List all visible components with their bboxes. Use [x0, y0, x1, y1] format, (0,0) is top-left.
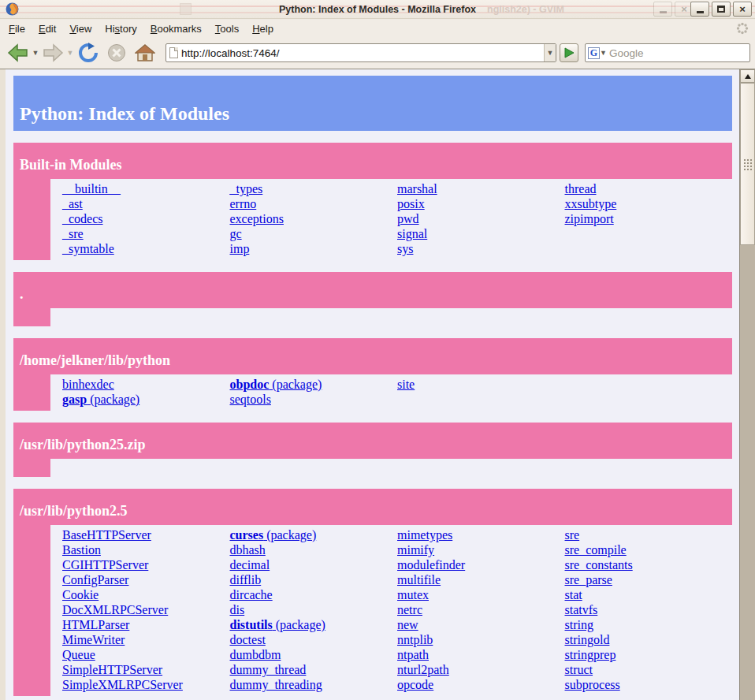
stop-button[interactable] [102, 40, 131, 65]
module-link[interactable]: errno [230, 196, 398, 211]
search-engine-caret[interactable]: ▼ [600, 49, 607, 57]
module-link[interactable]: _types [230, 181, 398, 196]
module-link[interactable]: distutils (package) [230, 617, 398, 632]
module-link[interactable]: modulefinder [397, 557, 565, 572]
module-link[interactable]: netrc [397, 602, 565, 617]
module-link[interactable]: DocXMLRPCServer [62, 602, 230, 617]
module-link[interactable]: zipimport [565, 211, 733, 226]
search-bar[interactable]: G ▼ [585, 43, 750, 62]
module-link[interactable]: BaseHTTPServer [62, 527, 230, 542]
vertical-scrollbar[interactable] [739, 69, 755, 700]
module-link[interactable]: sre_constants [565, 557, 733, 572]
module-link[interactable]: stat [565, 587, 733, 602]
module-link[interactable]: SimpleXMLRPCServer [62, 677, 230, 692]
module-link[interactable]: curses (package) [230, 527, 398, 542]
module-link[interactable]: decimal [230, 557, 398, 572]
module-link[interactable]: site [397, 377, 565, 392]
module-link[interactable]: dumbdbm [230, 647, 398, 662]
module-link[interactable]: MimeWriter [62, 632, 230, 647]
module-link[interactable]: pwd [397, 211, 565, 226]
menu-item-edit[interactable]: Edit [33, 21, 61, 36]
home-icon [135, 43, 155, 62]
module-link[interactable]: ntpath [397, 647, 565, 662]
module-link[interactable]: sre_parse [565, 572, 733, 587]
module-link[interactable]: nturl2path [397, 662, 565, 677]
module-link[interactable]: _ast [62, 196, 230, 211]
module-link[interactable]: dummy_threading [230, 677, 398, 692]
module-section: /usr/lib/python2.5BaseHTTPServerBastionC… [13, 489, 732, 696]
scrollbar-thumb[interactable] [740, 83, 755, 245]
module-link[interactable]: mimetypes [397, 527, 565, 542]
menu-item-view[interactable]: View [64, 21, 97, 36]
module-link[interactable]: Cookie [62, 587, 230, 602]
module-link[interactable]: sys [397, 241, 565, 256]
module-link[interactable]: imp [230, 241, 398, 256]
minimize-button[interactable] [690, 2, 709, 17]
module-link[interactable]: multifile [397, 572, 565, 587]
module-link[interactable]: Bastion [62, 542, 230, 557]
module-link[interactable]: gc [230, 226, 398, 241]
page-content: Python: Index of Modules Built-in Module… [0, 69, 739, 700]
section-body [13, 308, 732, 326]
module-link[interactable]: difflib [230, 572, 398, 587]
go-button[interactable] [560, 43, 578, 62]
module-link[interactable]: opcode [397, 677, 565, 692]
module-link[interactable]: marshal [397, 181, 565, 196]
forward-button[interactable] [39, 40, 66, 65]
close-button[interactable]: × [733, 2, 752, 17]
module-link[interactable]: _codecs [62, 211, 230, 226]
module-link[interactable]: binhexdec [62, 377, 230, 392]
module-link[interactable]: Queue [62, 647, 230, 662]
module-link[interactable]: dircache [230, 587, 398, 602]
module-link[interactable]: exceptions [230, 211, 398, 226]
menu-item-help[interactable]: Help [247, 21, 279, 36]
module-link[interactable]: posix [397, 196, 565, 211]
module-link[interactable]: dummy_thread [230, 662, 398, 677]
module-link[interactable]: dbhash [230, 542, 398, 557]
home-button[interactable] [131, 40, 159, 65]
module-link[interactable]: mimify [397, 542, 565, 557]
module-link[interactable]: sre [565, 527, 733, 542]
module-link[interactable]: ConfigParser [62, 572, 230, 587]
forward-dropdown-caret[interactable]: ▼ [66, 49, 74, 57]
section-title: /usr/lib/python25.zip [13, 423, 732, 459]
module-link[interactable]: stringprep [565, 647, 733, 662]
module-link[interactable]: xxsubtype [565, 196, 733, 211]
module-link[interactable]: string [565, 617, 733, 632]
module-link[interactable]: signal [397, 226, 565, 241]
url-bar[interactable]: ▼ [166, 43, 556, 62]
module-link[interactable]: HTMLParser [62, 617, 230, 632]
url-input[interactable] [178, 47, 544, 59]
back-button[interactable] [5, 40, 32, 65]
module-link[interactable]: statvfs [565, 602, 733, 617]
module-link[interactable]: CGIHTTPServer [62, 557, 230, 572]
module-link[interactable]: mutex [397, 587, 565, 602]
module-link[interactable]: doctest [230, 632, 398, 647]
module-link[interactable]: thread [565, 181, 733, 196]
menu-item-file[interactable]: File [3, 21, 31, 36]
module-link[interactable]: obpdoc (package) [230, 377, 398, 392]
menu-item-tools[interactable]: Tools [210, 21, 244, 36]
module-link[interactable]: nntplib [397, 632, 565, 647]
menu-item-history[interactable]: History [99, 21, 142, 36]
module-link[interactable]: _symtable [62, 241, 230, 256]
back-dropdown-caret[interactable]: ▼ [32, 49, 39, 57]
module-link[interactable]: _sre [62, 226, 230, 241]
menu-item-bookmarks[interactable]: Bookmarks [145, 21, 207, 36]
module-link[interactable]: SimpleHTTPServer [62, 662, 230, 677]
module-link[interactable]: subprocess [565, 677, 733, 692]
maximize-button[interactable] [712, 2, 731, 17]
module-link[interactable]: __builtin__ [62, 181, 230, 196]
module-link[interactable]: stringold [565, 632, 733, 647]
module-link[interactable]: seqtools [230, 392, 398, 407]
scroll-up-button[interactable] [740, 69, 755, 83]
section-title: /home/jelkner/lib/python [13, 338, 732, 374]
module-link[interactable]: dis [230, 602, 398, 617]
url-dropdown-button[interactable]: ▼ [544, 44, 556, 61]
reload-button[interactable] [74, 40, 102, 65]
module-link[interactable]: struct [565, 662, 733, 677]
module-link[interactable]: gasp (package) [62, 392, 230, 407]
module-link[interactable]: sre_compile [565, 542, 733, 557]
module-link[interactable]: new [397, 617, 565, 632]
search-input[interactable] [607, 47, 751, 59]
